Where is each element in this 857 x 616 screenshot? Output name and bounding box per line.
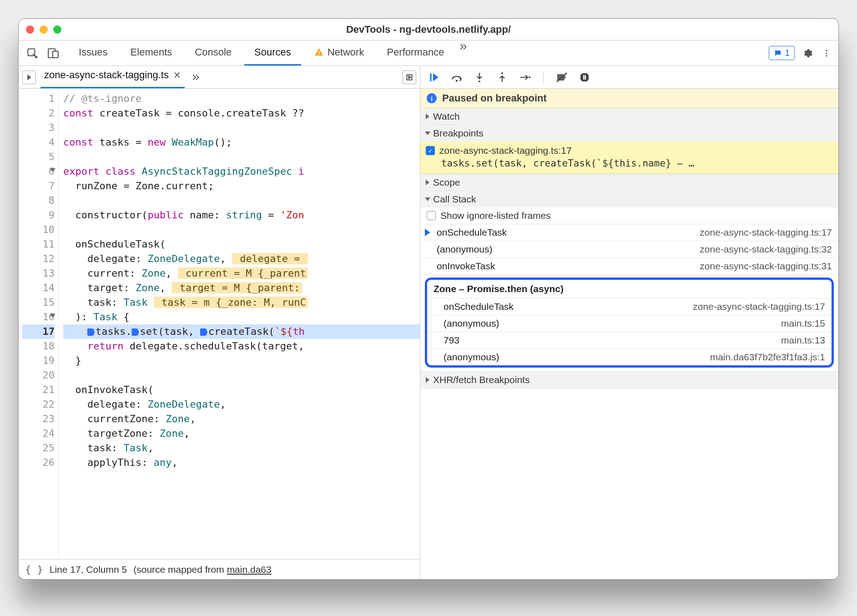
breakpoint-file: zone-async-stack-tagging.ts:17 [439, 145, 572, 156]
checkbox-icon[interactable] [427, 211, 436, 220]
svg-rect-2 [53, 51, 58, 57]
svg-point-7 [826, 55, 827, 56]
step-out-icon[interactable] [496, 71, 509, 84]
settings-icon[interactable] [801, 47, 814, 60]
resume-icon[interactable] [428, 71, 440, 84]
tab-sources[interactable]: Sources [244, 40, 301, 66]
more-open-files-icon[interactable] [189, 71, 202, 84]
open-files-bar: zone-async-stack-tagging.ts ✕ [19, 66, 420, 89]
tab-console[interactable]: Console [185, 40, 242, 66]
titlebar: DevTools - ng-devtools.netlify.app/ [19, 19, 838, 40]
close-icon[interactable] [26, 25, 34, 34]
pause-banner: i Paused on breakpoint [420, 89, 838, 108]
scope-section[interactable]: Scope [420, 174, 838, 191]
source-map-link[interactable]: main.da63 [227, 564, 272, 575]
debugger-toolbar [420, 66, 838, 89]
messages-pill[interactable]: 1 [769, 46, 795, 60]
tab-elements[interactable]: Elements [121, 40, 182, 66]
devtools-window: DevTools - ng-devtools.netlify.app/ Issu… [18, 18, 839, 580]
watch-section[interactable]: Watch [420, 108, 838, 125]
svg-rect-14 [583, 75, 585, 80]
call-stack-section: Call Stack Show ignore-listed frames onS… [420, 191, 838, 372]
step-over-icon[interactable] [450, 71, 463, 84]
inspect-element-icon[interactable] [24, 45, 40, 61]
pause-on-exceptions-icon[interactable] [578, 71, 591, 84]
call-stack-frame[interactable]: 793main.ts:13 [427, 332, 832, 349]
close-icon[interactable]: ✕ [173, 70, 181, 81]
warning-icon [314, 47, 324, 57]
svg-point-12 [501, 72, 503, 74]
step-icon[interactable] [519, 71, 531, 84]
svg-rect-3 [318, 51, 319, 53]
call-stack-frame[interactable]: (anonymous)main.ts:15 [427, 315, 832, 332]
main-tabs: Issues Elements Console Sources Network … [69, 40, 764, 66]
tab-network[interactable]: Network [304, 40, 374, 66]
window-title: DevTools - ng-devtools.netlify.app/ [346, 24, 511, 35]
show-ignore-listed-toggle[interactable]: Show ignore-listed frames [420, 207, 838, 224]
navigator-toggle-icon[interactable] [22, 71, 36, 84]
svg-point-6 [826, 52, 827, 54]
svg-point-13 [529, 76, 530, 78]
open-file-tab[interactable]: zone-async-stack-tagging.ts ✕ [40, 66, 185, 88]
call-stack-frame[interactable]: onScheduleTaskzone-async-stack-tagging.t… [420, 224, 838, 241]
step-into-icon[interactable] [473, 71, 486, 84]
svg-rect-15 [585, 75, 586, 80]
chat-icon [774, 49, 782, 57]
xhr-breakpoints-section[interactable]: XHR/fetch Breakpoints [420, 372, 838, 389]
deactivate-breakpoints-icon[interactable] [555, 71, 568, 84]
breakpoint-item[interactable]: ✓ zone-async-stack-tagging.ts:17 tasks.s… [420, 141, 838, 174]
call-stack-frame[interactable]: (anonymous)zone-async-stack-tagging.ts:3… [420, 241, 838, 258]
line-gutter: 1234567891011121314151617181920212223242… [19, 89, 59, 559]
cursor-position: Line 17, Column 5 [50, 564, 127, 575]
tab-issues[interactable]: Issues [69, 40, 118, 66]
zoom-icon[interactable] [53, 25, 61, 34]
breakpoints-section[interactable]: Breakpoints ✓ zone-async-stack-tagging.t… [420, 125, 838, 174]
call-stack-frame[interactable]: onScheduleTaskzone-async-stack-tagging.t… [427, 298, 832, 315]
checkbox-icon[interactable]: ✓ [426, 146, 435, 155]
more-menu-icon[interactable] [820, 47, 833, 60]
async-stack-group: Zone – Promise.then (async) onScheduleTa… [425, 278, 834, 368]
source-map-info: (source mapped from main.da63 [133, 564, 272, 575]
main-toolbar: Issues Elements Console Sources Network … [19, 40, 838, 66]
svg-rect-9 [430, 73, 431, 81]
editor-statusbar: { } Line 17, Column 5 (source mapped fro… [19, 559, 420, 579]
svg-point-5 [826, 50, 827, 51]
more-tabs-icon[interactable] [457, 40, 469, 53]
svg-point-11 [479, 81, 480, 82]
svg-point-10 [456, 80, 458, 81]
call-stack-frame[interactable]: (anonymous)main.da63f7b2fe3f1fa3.js:1 [427, 349, 832, 365]
open-file-name: zone-async-stack-tagging.ts [44, 69, 169, 81]
svg-rect-4 [318, 54, 319, 55]
async-group-title: Zone – Promise.then (async) [427, 280, 832, 298]
breakpoint-snippet: tasks.set(task, createTask(`${this.name}… [439, 158, 832, 169]
minimize-icon[interactable] [40, 25, 48, 34]
tab-performance[interactable]: Performance [377, 40, 454, 66]
info-icon: i [427, 93, 437, 103]
debugger-pane-toggle-icon[interactable] [403, 71, 416, 84]
code-editor[interactable]: 1234567891011121314151617181920212223242… [19, 89, 420, 559]
code-area[interactable]: // @ts-ignoreconst createTask = console.… [59, 89, 420, 559]
call-stack-frame[interactable]: onInvokeTaskzone-async-stack-tagging.ts:… [420, 258, 838, 275]
device-toggle-icon[interactable] [45, 45, 61, 61]
pretty-print-icon[interactable]: { } [25, 564, 43, 575]
